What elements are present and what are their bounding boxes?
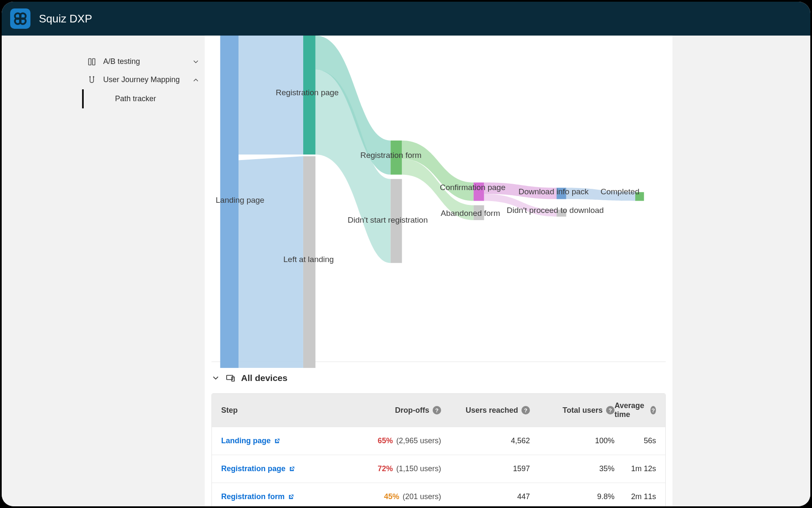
table-row: Registration form 45%(201 users)4479.8%2…: [212, 483, 665, 506]
help-icon[interactable]: ?: [433, 406, 441, 414]
th-dropoffs: Drop-offs?: [348, 406, 441, 415]
reached-cell: 1597: [441, 464, 530, 473]
total-cell: 100%: [530, 436, 614, 445]
sankey-label-abandoned: Abandoned form: [441, 209, 500, 218]
svg-point-7: [93, 76, 94, 77]
sankey-svg: [211, 36, 666, 372]
devices-icon: [226, 373, 235, 383]
th-avg: Average time?: [614, 401, 656, 419]
total-cell: 9.8%: [530, 492, 614, 501]
chevron-down-icon: [192, 58, 200, 66]
sidebar: A/B testing User Journey Mapping: [2, 36, 205, 506]
dropoff-users: (2,965 users): [396, 436, 441, 445]
journey-icon: [87, 75, 96, 85]
squiz-logo-icon: [13, 11, 27, 26]
external-link-icon: [289, 466, 295, 472]
th-step: Step: [221, 406, 348, 415]
sidebar-subitem-path-tracker[interactable]: Path tracker: [84, 89, 205, 108]
dropoff-pct: 65%: [378, 436, 393, 445]
external-link-icon: [274, 438, 280, 444]
step-link[interactable]: Registration page: [221, 464, 295, 473]
funnel-table: Step Drop-offs? Users reached? Total use…: [211, 393, 666, 506]
sankey-label-completed: Completed: [601, 187, 639, 196]
ab-testing-icon: [87, 57, 96, 66]
th-total: Total users?: [530, 406, 614, 415]
sankey-label-reg-form: Registration form: [360, 151, 422, 160]
svg-point-3: [20, 18, 26, 24]
th-reached: Users reached?: [441, 406, 530, 415]
reached-cell: 447: [441, 492, 530, 501]
table-header: Step Drop-offs? Users reached? Total use…: [212, 394, 665, 427]
dropoff-users: (1,150 users): [396, 464, 441, 473]
help-icon[interactable]: ?: [606, 406, 614, 414]
avg-cell: 1m 12s: [614, 464, 656, 473]
sidebar-subnav: Path tracker: [82, 89, 205, 108]
svg-rect-4: [89, 58, 91, 65]
sidebar-item-ab-testing[interactable]: A/B testing: [82, 52, 205, 71]
sankey-label-didnt-start: Didn't start registration: [348, 215, 428, 225]
chevron-down-icon: [211, 374, 220, 382]
table-row: Landing page 65%(2,965 users)4,562100%56…: [212, 427, 665, 455]
step-link[interactable]: Landing page: [221, 436, 280, 445]
help-icon[interactable]: ?: [650, 406, 656, 414]
sankey-label-confirm: Confirmation page: [440, 183, 505, 192]
step-link[interactable]: Registration form: [221, 492, 294, 501]
app-title: Squiz DXP: [39, 12, 92, 25]
external-link-icon: [288, 494, 294, 500]
sankey-label-left-landing: Left at landing: [283, 255, 334, 264]
sidebar-item-label: User Journey Mapping: [103, 75, 185, 85]
avg-cell: 2m 11s: [614, 492, 656, 501]
total-cell: 35%: [530, 464, 614, 473]
avg-cell: 56s: [614, 436, 656, 445]
sankey-label-landing: Landing page: [216, 196, 264, 205]
svg-rect-5: [93, 58, 95, 65]
app-logo: [10, 8, 30, 29]
app-header: Squiz DXP: [2, 2, 810, 36]
table-body: Landing page 65%(2,965 users)4,562100%56…: [212, 427, 665, 506]
main-content: Landing page Registration page Left at l…: [205, 36, 672, 506]
table-row: Registration page 72%(1,150 users)159735…: [212, 455, 665, 483]
sankey-label-download: Download info pack: [518, 187, 589, 196]
chevron-up-icon: [192, 76, 200, 84]
sidebar-item-label: A/B testing: [103, 57, 185, 66]
sidebar-item-user-journey[interactable]: User Journey Mapping: [82, 71, 205, 89]
devices-label: All devices: [241, 373, 288, 383]
dropoff-pct: 45%: [384, 492, 399, 501]
dropoff-users: (201 users): [403, 492, 441, 501]
sankey-label-reg-page: Registration page: [276, 88, 339, 97]
sankey-chart: Landing page Registration page Left at l…: [211, 36, 666, 362]
svg-point-6: [89, 76, 91, 77]
reached-cell: 4,562: [441, 436, 530, 445]
help-icon[interactable]: ?: [521, 406, 530, 414]
dropoff-pct: 72%: [378, 464, 393, 473]
sankey-label-no-download: Didn't proceed to download: [507, 206, 604, 215]
